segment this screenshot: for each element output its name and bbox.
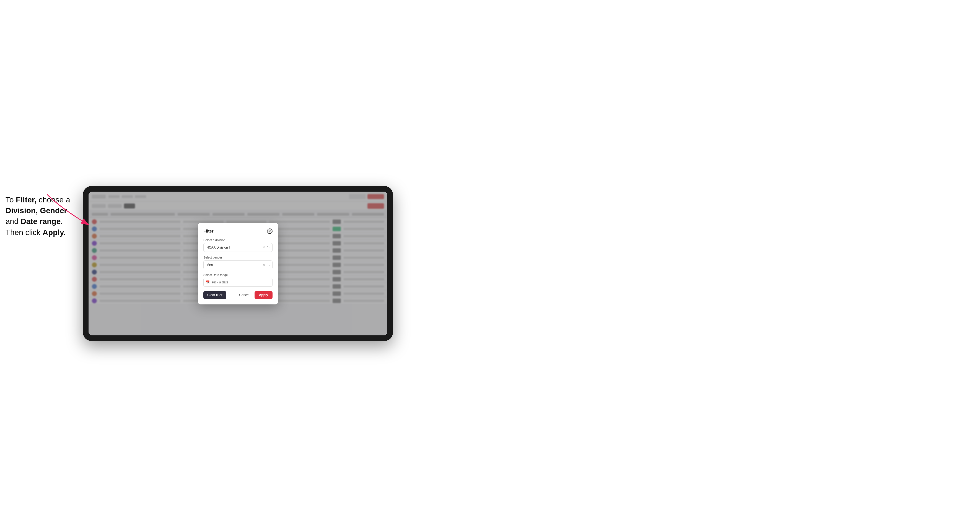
modal-footer: Clear filter Cancel Apply	[204, 291, 272, 299]
date-range-input[interactable]	[204, 278, 272, 287]
modal-overlay: Filter × Select a division NCAA Division…	[89, 192, 387, 335]
division-label: Select a division	[204, 238, 272, 242]
bold-date-range: Date range.	[21, 217, 63, 225]
date-range-label: Select Date range	[204, 273, 272, 276]
cancel-button[interactable]: Cancel	[236, 291, 252, 299]
gender-clear-icon[interactable]: ✕	[262, 263, 265, 267]
apply-button[interactable]: Apply	[255, 291, 272, 299]
division-form-group: Select a division NCAA Division I NCAA D…	[204, 238, 272, 252]
date-input-wrapper: 📅	[204, 278, 272, 287]
bold-apply: Apply.	[43, 228, 65, 237]
page-wrapper: To Filter, choose a Division, Gender and…	[6, 186, 393, 341]
bold-division-gender: Division, Gender	[6, 206, 67, 215]
clear-filter-button[interactable]: Clear filter	[204, 291, 226, 299]
date-range-form-group: Select Date range 📅	[204, 273, 272, 287]
instruction-text: To Filter, choose a Division, Gender and…	[6, 186, 89, 238]
modal-footer-right: Cancel Apply	[236, 291, 272, 299]
gender-label: Select gender	[204, 256, 272, 259]
tablet-container: Filter × Select a division NCAA Division…	[83, 186, 393, 341]
division-clear-icon[interactable]: ✕	[262, 246, 265, 249]
tablet-frame: Filter × Select a division NCAA Division…	[83, 186, 393, 341]
modal-close-button[interactable]: ×	[267, 229, 272, 234]
gender-select-wrapper: Men Women ✕ ⌃⌄	[204, 260, 272, 269]
modal-title: Filter	[204, 229, 213, 233]
division-select-wrapper: NCAA Division I NCAA Division II NCAA Di…	[204, 243, 272, 252]
gender-form-group: Select gender Men Women ✕ ⌃⌄	[204, 256, 272, 269]
bold-filter: Filter,	[16, 195, 37, 204]
tablet-screen: Filter × Select a division NCAA Division…	[89, 192, 387, 335]
modal-header: Filter ×	[204, 229, 272, 234]
division-select[interactable]: NCAA Division I NCAA Division II NCAA Di…	[204, 243, 272, 252]
gender-select[interactable]: Men Women	[204, 260, 272, 269]
filter-modal: Filter × Select a division NCAA Division…	[198, 223, 278, 305]
